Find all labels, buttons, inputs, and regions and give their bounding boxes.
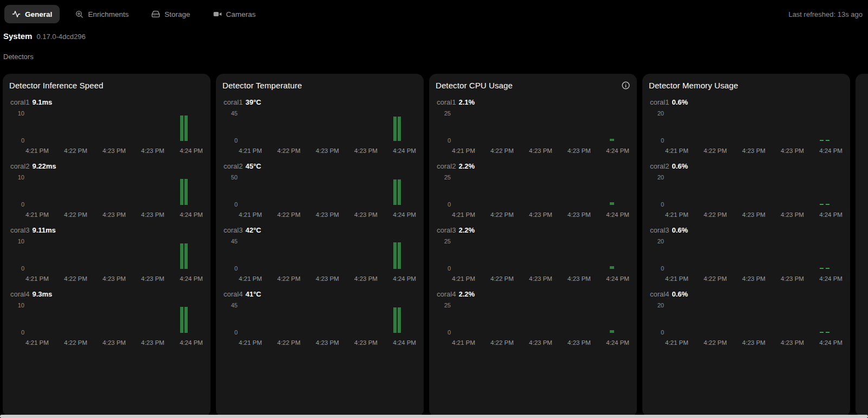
x-tick: 4:24 PM [393, 275, 416, 282]
data-bars [610, 139, 614, 141]
x-tick: 4:24 PM [180, 211, 203, 218]
x-tick: 4:23 PM [316, 339, 339, 346]
x-tick: 4:22 PM [704, 147, 727, 154]
tab-general[interactable]: General [4, 5, 60, 23]
x-tick: 4:24 PM [606, 147, 629, 154]
y-tick-max: 20 [658, 238, 664, 245]
y-axis: 200 [649, 305, 667, 333]
tab-enrichments[interactable]: Enrichments [67, 5, 136, 23]
x-tick: 4:24 PM [819, 211, 843, 218]
y-tick-zero: 0 [448, 265, 451, 272]
metric-line: coral29.22ms [9, 162, 204, 170]
metric-value: 42°C [245, 226, 261, 234]
y-tick-max: 50 [231, 174, 238, 181]
x-tick: 4:23 PM [567, 211, 591, 218]
y-tick-zero: 0 [21, 137, 24, 144]
y-tick-max: 25 [444, 238, 451, 245]
x-tick: 4:23 PM [316, 275, 339, 282]
tab-storage[interactable]: Storage [144, 5, 197, 23]
x-tick: 4:21 PM [452, 147, 475, 154]
x-tick: 4:22 PM [277, 211, 301, 218]
info-icon[interactable] [621, 81, 630, 90]
chart-coral3: 200 [649, 241, 844, 269]
y-tick-zero: 0 [21, 265, 24, 272]
tab-label: General [25, 10, 52, 18]
x-tick: 4:24 PM [393, 211, 416, 218]
metric-line: coral49.3ms [9, 290, 204, 298]
y-tick-max: 25 [444, 110, 451, 117]
y-tick-max: 25 [444, 174, 451, 181]
metric-value: 41°C [245, 290, 261, 298]
detector-name: coral2 [224, 162, 242, 170]
metric-coral4-detector-inference-speed: coral49.3ms1004:21 PM4:22 PM4:23 PM4:23 … [9, 290, 204, 346]
y-tick-zero: 0 [448, 137, 451, 144]
data-bars [820, 332, 829, 333]
x-tick: 4:24 PM [606, 211, 629, 218]
metric-coral1-detector-inference-speed: coral19.1ms1004:21 PM4:22 PM4:23 PM4:23 … [9, 98, 204, 154]
x-tick: 4:21 PM [452, 211, 475, 218]
data-bars [820, 140, 829, 141]
data-bars [393, 117, 401, 141]
y-tick-max: 45 [231, 238, 238, 245]
tab-label: Storage [164, 10, 190, 18]
metric-coral1-detector-memory-usage: coral10.6%2004:21 PM4:22 PM4:23 PM4:23 P… [649, 98, 844, 154]
metric-line: coral441°C [222, 290, 417, 298]
x-tick: 4:23 PM [742, 211, 765, 218]
bar [180, 243, 183, 269]
x-tick: 4:22 PM [704, 275, 727, 282]
page-title: System [3, 31, 32, 41]
metric-coral4-detector-memory-usage: coral40.6%2004:21 PM4:22 PM4:23 PM4:23 P… [649, 290, 844, 346]
x-tick: 4:21 PM [239, 211, 262, 218]
x-tick: 4:23 PM [141, 211, 164, 218]
x-tick: 4:22 PM [704, 211, 727, 218]
metric-coral3-detector-temperature: coral342°C4504:21 PM4:22 PM4:23 PM4:23 P… [222, 226, 417, 282]
y-tick-max: 10 [18, 174, 24, 181]
x-tick: 4:21 PM [239, 339, 262, 346]
y-tick-zero: 0 [661, 265, 664, 272]
y-axis: 500 [222, 177, 241, 205]
x-tick: 4:21 PM [665, 275, 688, 282]
x-tick: 4:23 PM [567, 275, 591, 282]
last-refreshed-status: Last refreshed: 13s ago [788, 10, 863, 18]
metric-line: coral22.2% [436, 162, 630, 170]
y-tick-max: 10 [18, 110, 24, 117]
system-heading-row: System 0.17.0-4dcd296 [0, 26, 868, 41]
data-bars [610, 202, 614, 205]
y-tick-max: 25 [444, 302, 451, 308]
x-axis-labels: 4:21 PM4:22 PM4:23 PM4:23 PM4:24 PM [25, 275, 204, 282]
horizontal-scrollbar[interactable] [0, 415, 868, 418]
metric-value: 39°C [245, 98, 261, 106]
x-tick: 4:21 PM [239, 147, 262, 154]
chart-coral3: 250 [436, 241, 630, 269]
x-axis-labels: 4:21 PM4:22 PM4:23 PM4:23 PM4:24 PM [25, 211, 204, 218]
x-tick: 4:23 PM [141, 339, 164, 346]
bar [612, 330, 614, 333]
metric-coral3-detector-cpu-usage: coral32.2%2504:21 PM4:22 PM4:23 PM4:23 P… [436, 226, 630, 282]
bar [398, 307, 401, 333]
y-axis: 100 [9, 305, 28, 333]
y-tick-max: 20 [658, 110, 664, 117]
y-axis: 100 [9, 241, 28, 269]
data-bars [820, 204, 829, 205]
y-tick-zero: 0 [234, 201, 238, 208]
chart-coral3: 450 [222, 241, 417, 269]
card-header: Detector Temperature [222, 81, 417, 90]
version-label: 0.17.0-4dcd296 [36, 33, 85, 41]
x-tick: 4:21 PM [665, 147, 688, 154]
metric-line: coral40.6% [649, 290, 844, 298]
metric-coral3-detector-memory-usage: coral30.6%2004:21 PM4:22 PM4:23 PM4:23 P… [649, 226, 844, 282]
x-tick: 4:21 PM [665, 211, 688, 218]
x-tick: 4:22 PM [490, 211, 514, 218]
x-axis-labels: 4:21 PM4:22 PM4:23 PM4:23 PM4:24 PM [239, 147, 417, 154]
data-bars [393, 242, 401, 269]
detector-name: coral1 [650, 98, 669, 106]
x-tick: 4:21 PM [452, 339, 475, 346]
metric-value: 2.2% [458, 226, 475, 234]
tab-cameras[interactable]: Cameras [206, 5, 264, 23]
x-tick: 4:23 PM [316, 211, 339, 218]
x-tick: 4:21 PM [25, 211, 49, 218]
x-tick: 4:23 PM [103, 211, 126, 218]
y-axis: 250 [436, 305, 454, 333]
plot-area [241, 305, 417, 333]
plot-area [667, 177, 844, 205]
